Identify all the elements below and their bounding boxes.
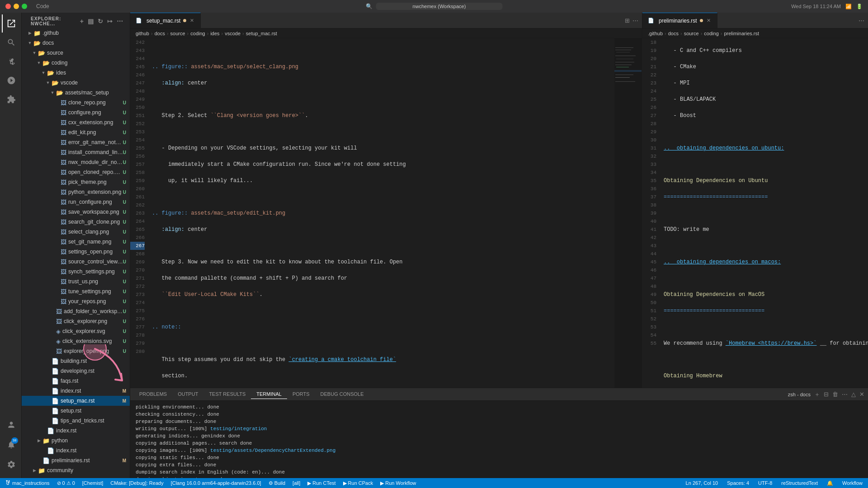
sidebar-item-coding[interactable]: ▼ 📂 coding: [22, 58, 130, 68]
sidebar-item-ides[interactable]: ▼ 📂 ides: [22, 68, 130, 78]
rbc-github[interactable]: .github: [648, 31, 663, 36]
terminal-split-icon[interactable]: ⊟: [824, 391, 829, 398]
status-format[interactable]: reStructuredText: [779, 480, 820, 486]
status-position[interactable]: Ln 267, Col 10: [684, 480, 720, 486]
minimize-button[interactable]: [14, 4, 19, 9]
right-more-icon[interactable]: ⋯: [859, 17, 864, 24]
bc-coding[interactable]: coding: [190, 31, 205, 36]
account-icon[interactable]: [2, 416, 20, 434]
sidebar-item-trust[interactable]: ▶ 🖼 trust_us.png U: [22, 277, 130, 286]
more-actions-icon[interactable]: ⋯: [116, 17, 124, 26]
bc-docs[interactable]: docs: [155, 31, 165, 36]
status-notifications[interactable]: 🔔: [825, 480, 835, 486]
sidebar-item-source-ctrl[interactable]: ▶ 🖼 source_control_view.png U: [22, 257, 130, 267]
terminal-add-icon[interactable]: ＋: [814, 390, 820, 399]
sidebar-item-faqs[interactable]: ▶ 📄 faqs.rst: [22, 376, 130, 386]
sidebar-item-assets-mac-setup[interactable]: ▼ 📂 assets/mac_setup: [22, 88, 130, 98]
tab-close-2[interactable]: ✕: [706, 17, 712, 24]
status-branch[interactable]: mac_instructions: [4, 480, 52, 486]
sidebar-item-setup-mac[interactable]: ▶ 📄 setup_mac.rst M: [22, 396, 130, 406]
sidebar-item-set-git-name[interactable]: ▶ 🖼 set_git_name.png U: [22, 237, 130, 247]
explorer-icon[interactable]: [2, 14, 20, 33]
search-icon[interactable]: [2, 33, 20, 52]
maximize-button[interactable]: [22, 4, 27, 9]
sidebar-item-save-ws[interactable]: ▶ 🖼 save_workspace.png U: [22, 207, 130, 217]
rbc-source[interactable]: source: [684, 31, 699, 36]
sidebar-item-nwx-module[interactable]: ▶ 🖼 nwx_module_dir_not_se... U: [22, 157, 130, 167]
status-cmake[interactable]: CMake: [Debug]: Ready: [108, 480, 165, 486]
sidebar-item-synch[interactable]: ▶ 🖼 synch_settings.png U: [22, 267, 130, 277]
sidebar-item-click-explorer-png[interactable]: ▶ 🖼 click_explorer.png U: [22, 316, 130, 326]
sidebar-item-select-clang[interactable]: ▶ 🖼 select_clang.png U: [22, 227, 130, 237]
rbc-docs[interactable]: docs: [668, 31, 679, 36]
terminal-content[interactable]: pickling environment... done checking co…: [130, 401, 868, 478]
status-errors[interactable]: ⊘ 0 ⚠ 0: [55, 480, 77, 486]
more-actions-editor-icon[interactable]: ⋯: [632, 17, 638, 24]
sidebar-item-install-cmd[interactable]: ▶ 🖼 install_command_line_t... U: [22, 147, 130, 157]
status-run-ctest[interactable]: ▶ Run CTest: [306, 480, 337, 486]
extensions-icon[interactable]: [2, 90, 20, 108]
panel-close-icon[interactable]: ✕: [859, 391, 864, 398]
status-all[interactable]: [all]: [291, 480, 302, 486]
sidebar-item-run-configure[interactable]: ▶ 🖼 run_configure.png U: [22, 197, 130, 207]
sidebar-item-tips[interactable]: ▶ 📄 tips_and_tricks.rst: [22, 416, 130, 426]
status-run-cpack[interactable]: ▶ Run CPack: [341, 480, 375, 486]
sidebar-item-click-ext-svg[interactable]: ▶ ◈ click_extensions.svg U: [22, 336, 130, 346]
tab-problems[interactable]: PROBLEMS: [134, 389, 172, 399]
sidebar-item-add-folder[interactable]: ▶ 🖼 add_folder_to_workspace.png U: [22, 306, 130, 316]
tab-terminal[interactable]: TERMINAL: [251, 389, 287, 399]
tab-preliminaries[interactable]: 📄 preliminaries.rst ✕: [642, 13, 717, 28]
sidebar-item-source[interactable]: ▼ 📂 source: [22, 48, 130, 58]
status-spaces[interactable]: Spaces: 4: [725, 480, 751, 486]
right-editor-scroll[interactable]: 18 19 20 21 22 23 24 25 26 27 28: [642, 38, 868, 388]
sidebar-item-clone-repo[interactable]: ▶ 🖼 clone_repo.png U: [22, 98, 130, 108]
sidebar-item-index-python[interactable]: ▶ 📄 index.rst: [22, 446, 130, 455]
sidebar-item-python[interactable]: ▶ 📁 python: [22, 436, 130, 446]
tab-setup-mac[interactable]: 📄 setup_mac.rst ✕: [130, 13, 201, 28]
terminal-trash-icon[interactable]: 🗑: [832, 391, 838, 398]
status-clang[interactable]: [Clang 16.0.0 arm64-apple-darwin23.6.0]: [169, 480, 263, 486]
tab-debug-console[interactable]: DEBUG CONSOLE: [315, 389, 369, 399]
sidebar-item-cxx-ext[interactable]: ▶ 🖼 cxx_extension.png U: [22, 117, 130, 127]
sidebar-item-tune[interactable]: ▶ 🖼 tune_settings.png U: [22, 286, 130, 296]
tab-test-results[interactable]: TEST RESULTS: [203, 389, 251, 399]
sidebar-item-vscode[interactable]: ▼ 📂 vscode: [22, 78, 130, 88]
terminal-link-1[interactable]: testing/integration: [210, 426, 267, 432]
sidebar-item-open-cloned[interactable]: ▶ 🖼 open_cloned_repo.png U: [22, 167, 130, 177]
left-code-content[interactable]: .. figure:: assets/mac_setup/select_clan…: [148, 38, 614, 388]
new-folder-icon[interactable]: ▤: [87, 17, 95, 26]
sidebar-item-preliminaries[interactable]: ▶ 📄 preliminaries.rst M: [22, 455, 130, 465]
status-run-workflow[interactable]: ▶ Run Workflow: [378, 480, 418, 486]
split-editor-icon[interactable]: ⊞: [625, 17, 630, 24]
bc-ides[interactable]: ides: [210, 31, 219, 36]
status-build[interactable]: ⚙ Build: [267, 480, 287, 486]
run-debug-icon[interactable]: [2, 71, 20, 89]
status-encoding[interactable]: UTF-8: [756, 480, 774, 486]
sidebar-item-explorer-open[interactable]: ▶ 🖼 explorer_open.png U: [22, 346, 130, 356]
tab-output[interactable]: OUTPUT: [172, 389, 203, 399]
new-file-icon[interactable]: +: [79, 17, 85, 26]
terminal-link-2[interactable]: testing/assets/DependencyChartExtended.p…: [210, 448, 335, 453]
sidebar-item-index-ides[interactable]: ▶ 📄 index.rst: [22, 426, 130, 436]
left-editor-scroll[interactable]: 242 243 244 245 246 247 248 249 250 251: [130, 38, 642, 388]
bc-setup-mac[interactable]: setup_mac.rst: [246, 31, 277, 36]
sidebar-item-github[interactable]: ▶ 📁 .github: [22, 28, 130, 38]
sidebar-item-docs[interactable]: ▼ 📂 docs: [22, 38, 130, 48]
notifications-icon[interactable]: 38: [2, 436, 20, 454]
right-code-content[interactable]: - C and C++ compilers - CMake - MPI - BL…: [660, 38, 868, 388]
tab-close-1[interactable]: ✕: [189, 17, 195, 24]
sidebar-item-settings-open[interactable]: ▶ 🖼 settings_open.png U: [22, 247, 130, 257]
sidebar-item-edit-kit[interactable]: ▶ 🖼 edit_kit.png U: [22, 127, 130, 137]
status-workflow[interactable]: Workflow: [840, 480, 864, 486]
bc-vscode[interactable]: vscode: [225, 31, 241, 36]
sidebar-item-click-explorer-svg[interactable]: ▶ ◈ click_explorer.svg U: [22, 326, 130, 336]
tab-ports[interactable]: PORTS: [287, 389, 315, 399]
sidebar-item-setup[interactable]: ▶ 📄 setup.rst: [22, 406, 130, 416]
terminal-more-icon[interactable]: ⋯: [842, 391, 848, 398]
sidebar-item-index-vscode[interactable]: ▶ 📄 index.rst M: [22, 386, 130, 396]
sidebar-item-your-repos[interactable]: ▶ 🖼 your_repos.png U: [22, 296, 130, 306]
rbc-coding[interactable]: coding: [704, 31, 718, 36]
sidebar-item-community[interactable]: ▶ 📁 community: [22, 465, 130, 475]
sidebar-item-pick-theme[interactable]: ▶ 🖼 pick_theme.png U: [22, 177, 130, 187]
status-chemist[interactable]: [Chemist]: [80, 480, 105, 486]
